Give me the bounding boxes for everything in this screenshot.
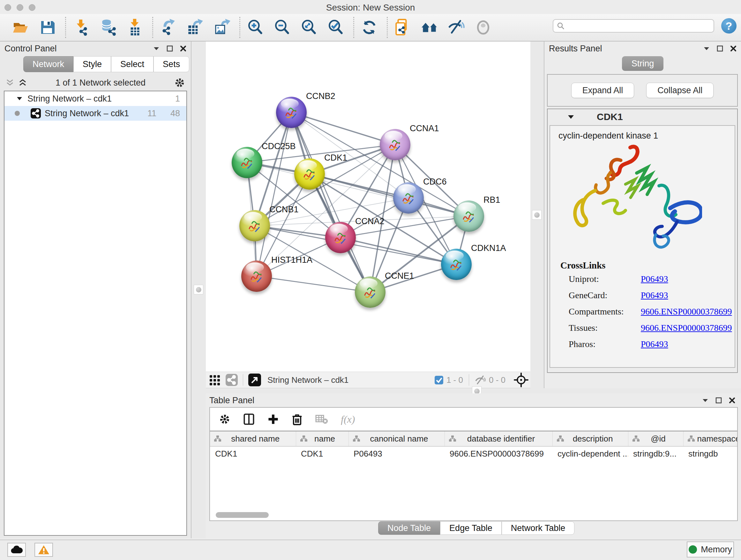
add-column-icon[interactable] <box>267 414 279 425</box>
column-header-description[interactable]: description <box>552 431 628 446</box>
network-edge-CCNA2-CDKN1A[interactable] <box>340 238 456 264</box>
expand-all-button[interactable]: Expand All <box>571 83 634 98</box>
table-cell[interactable]: CDK1 <box>296 446 348 461</box>
splitter-handle[interactable] <box>532 210 542 220</box>
crosslink-value-link[interactable]: 9606.ENSP00000378699 <box>641 323 732 333</box>
network-node-CCNA2[interactable] <box>325 222 356 253</box>
show-eye-button[interactable] <box>473 17 493 38</box>
network-view-share-icon[interactable] <box>226 374 238 386</box>
panel-menu-icon[interactable] <box>703 46 710 51</box>
crosslink-value-link[interactable]: P06493 <box>641 274 668 284</box>
tab-node-table[interactable]: Node Table <box>378 521 440 535</box>
tab-select[interactable]: Select <box>111 56 153 72</box>
tab-sets[interactable]: Sets <box>153 56 189 72</box>
warnings-button[interactable] <box>35 543 53 557</box>
close-panel-icon[interactable] <box>180 45 186 52</box>
network-collection-row[interactable]: String Network – cdk1 1 <box>4 91 186 106</box>
hide-panel-button[interactable] <box>447 17 466 38</box>
table-cell[interactable]: 9606.ENSP00000378699 <box>445 446 552 461</box>
network-node-RB1[interactable] <box>454 200 484 232</box>
zoom-selected-button[interactable] <box>326 17 346 38</box>
export-network-button[interactable] <box>158 17 178 38</box>
float-panel-icon[interactable] <box>716 397 722 403</box>
section-expander-icon[interactable] <box>567 114 575 119</box>
export-image-button[interactable] <box>212 17 232 38</box>
column-header-namespace[interactable]: namespace <box>683 431 738 446</box>
table-row[interactable]: CDK1CDK1P064939606.ENSP00000378699cyclin… <box>210 446 738 461</box>
zoom-out-button[interactable] <box>272 17 292 38</box>
network-node-CCNB1[interactable] <box>239 210 270 241</box>
network-canvas[interactable]: CCNB2CCNA1CDC25BCDK1CDC6RB1CCNB1CCNA2CDK… <box>206 42 530 372</box>
network-node-CCNE1[interactable] <box>355 276 386 308</box>
close-panel-icon[interactable] <box>730 45 737 52</box>
right-splitter[interactable] <box>530 42 544 388</box>
collapse-all-icon[interactable] <box>6 79 14 86</box>
table-cell[interactable]: stringdb <box>683 446 738 461</box>
tab-network[interactable]: Network <box>23 56 73 72</box>
table-cell[interactable]: P06493 <box>348 446 445 461</box>
crosslink-value-link[interactable]: P06493 <box>641 290 668 300</box>
selected-checkbox-icon[interactable] <box>434 376 443 384</box>
search-input[interactable] <box>565 21 714 31</box>
splitter-handle[interactable] <box>194 285 203 294</box>
birdseye-crosshair-icon[interactable] <box>514 373 529 387</box>
delete-trash-icon[interactable] <box>292 413 302 425</box>
save-session-button[interactable] <box>38 17 57 38</box>
collapse-all-button[interactable]: Collapse All <box>646 83 714 98</box>
refresh-button[interactable] <box>359 17 379 38</box>
open-session-button[interactable] <box>11 17 30 38</box>
column-header--id[interactable]: @id <box>628 431 683 446</box>
columns-icon[interactable] <box>243 413 255 425</box>
panel-menu-icon[interactable] <box>702 398 709 402</box>
import-table-button[interactable] <box>125 17 145 38</box>
tree-expander-icon[interactable] <box>17 97 22 101</box>
gear-icon[interactable] <box>219 414 230 425</box>
left-splitter[interactable] <box>192 42 206 538</box>
horizontal-splitter[interactable] <box>206 388 741 393</box>
table-cell[interactable]: stringdb:9... <box>628 446 683 461</box>
float-panel-icon[interactable] <box>717 45 723 52</box>
network-edge-HIST1H1A-CCNE1[interactable] <box>257 276 370 292</box>
help-button[interactable]: ? <box>721 18 737 34</box>
clone-network-button[interactable] <box>393 17 413 38</box>
tab-style[interactable]: Style <box>73 56 111 72</box>
network-row-selected[interactable]: String Network – cdk1 11 48 <box>4 106 186 121</box>
import-database-button[interactable] <box>98 17 118 38</box>
network-node-CCNA1[interactable] <box>380 129 410 160</box>
network-node-CDK1[interactable] <box>294 159 325 190</box>
network-node-HIST1H1A[interactable] <box>241 260 272 292</box>
detach-view-icon[interactable] <box>248 374 261 386</box>
table-cell[interactable]: cyclin-dependent ... <box>552 446 628 461</box>
tab-network-table[interactable]: Network Table <box>502 521 575 535</box>
horizontal-scrollbar-thumb[interactable] <box>216 512 269 518</box>
column-header-shared-name[interactable]: shared name <box>210 431 296 446</box>
expand-all-icon[interactable] <box>18 79 27 86</box>
crosslink-value-link[interactable]: P06493 <box>641 339 668 349</box>
tab-edge-table[interactable]: Edge Table <box>440 521 502 535</box>
show-all-networks-button[interactable] <box>420 17 440 38</box>
tab-string[interactable]: String <box>622 56 664 71</box>
table-cell[interactable]: CDK1 <box>210 446 296 461</box>
network-node-CDC6[interactable] <box>393 182 424 213</box>
column-header-canonical-name[interactable]: canonical name <box>348 431 445 446</box>
gear-icon[interactable] <box>174 77 185 88</box>
memory-button[interactable]: Memory <box>687 542 734 557</box>
panel-menu-icon[interactable] <box>153 46 159 51</box>
column-header-database-identifier[interactable]: database identifier <box>445 431 552 446</box>
network-edge-CCNB2-CCNA1[interactable] <box>291 112 395 145</box>
node-table[interactable]: shared namenamecanonical namedatabase id… <box>210 431 738 461</box>
zoom-fit-button[interactable] <box>299 17 319 38</box>
grid-view-icon[interactable] <box>209 374 221 386</box>
column-header-name[interactable]: name <box>296 431 348 446</box>
close-panel-icon[interactable] <box>729 397 735 403</box>
network-node-CCNB2[interactable] <box>276 97 307 128</box>
float-panel-icon[interactable] <box>166 45 173 52</box>
network-edge-CCNB2-CCNE1[interactable] <box>291 112 370 292</box>
app-store-button[interactable] <box>7 543 26 557</box>
network-node-CDKN1A[interactable] <box>441 249 472 280</box>
zoom-in-button[interactable] <box>246 17 265 38</box>
network-node-CDC25B[interactable] <box>232 147 262 178</box>
crosslink-value-link[interactable]: 9606.ENSP00000378699 <box>641 307 732 317</box>
import-network-button[interactable] <box>71 17 91 38</box>
export-table-button[interactable] <box>185 17 205 38</box>
